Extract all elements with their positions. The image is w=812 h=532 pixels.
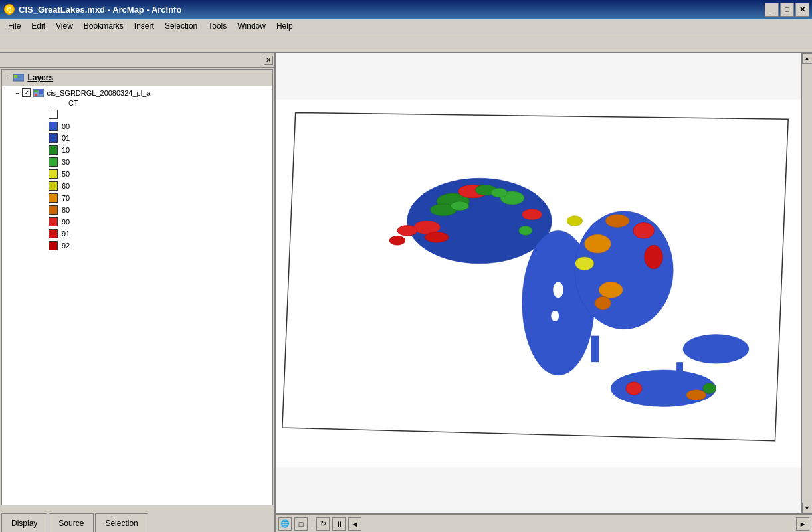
legend-label-01: 01: [62, 134, 70, 142]
legend-item-10: 10: [15, 144, 270, 156]
svg-point-31: [575, 257, 594, 270]
svg-point-21: [425, 232, 449, 242]
legend-label-10: 10: [62, 146, 70, 154]
status-divider: [312, 518, 312, 530]
legend-swatch-90: [49, 217, 58, 226]
window-title: CIS_GreatLakes.mxd - ArcMap - ArcInfo: [19, 5, 181, 15]
svg-point-11: [575, 211, 673, 329]
menu-help[interactable]: Help: [271, 20, 298, 32]
page-button[interactable]: □: [294, 517, 308, 531]
layer-icon: [33, 89, 44, 97]
panel-header: ✕: [0, 53, 274, 68]
legend-list: 00 01 10 30: [15, 108, 270, 252]
legend-swatch-00: [49, 122, 58, 131]
legend-label-00: 00: [62, 122, 70, 130]
layers-header: − Layers: [2, 70, 272, 86]
legend-label-60: 60: [62, 182, 70, 190]
scroll-left-button[interactable]: ◄: [348, 517, 361, 531]
svg-point-38: [553, 282, 563, 298]
legend-swatch-50: [49, 169, 58, 179]
svg-rect-14: [591, 336, 599, 363]
minimize-button[interactable]: _: [765, 3, 779, 17]
layer-item: − ✓ cis_SGRDRGL_20080324_pl_a CT: [2, 86, 272, 253]
menu-window[interactable]: Window: [232, 20, 271, 32]
svg-point-13: [683, 335, 749, 364]
menu-selection[interactable]: Selection: [159, 20, 203, 32]
scroll-down-button[interactable]: ▼: [802, 503, 813, 513]
scroll-right-button[interactable]: ►: [796, 517, 809, 531]
legend-label-91: 91: [62, 230, 70, 238]
layer-name: cis_SGRDRGL_20080324_pl_a: [47, 89, 150, 97]
pause-button[interactable]: ⏸: [332, 517, 346, 531]
ct-label: CT: [15, 98, 270, 108]
scroll-thumb-v[interactable]: [803, 64, 812, 502]
layers-icon: [13, 72, 25, 83]
tab-display[interactable]: Display: [1, 513, 47, 532]
legend-item-70: 70: [15, 192, 270, 204]
legend-swatch-70: [49, 193, 58, 203]
svg-point-18: [522, 209, 542, 220]
layer-checkbox[interactable]: ✓: [22, 88, 31, 97]
svg-point-33: [519, 226, 532, 235]
refresh-button[interactable]: ↻: [316, 517, 330, 531]
svg-point-39: [551, 311, 559, 321]
map-area: ▲ ▼ 🌐 □ ↻ ⏸ ◄ ►: [276, 53, 812, 532]
menu-tools[interactable]: Tools: [203, 20, 232, 32]
tab-selection[interactable]: Selection: [95, 513, 148, 532]
svg-point-32: [567, 216, 583, 226]
menu-file[interactable]: File: [3, 20, 26, 32]
svg-rect-6: [35, 94, 37, 96]
toolbar-area: [0, 33, 812, 53]
layers-panel: − Layers − ✓: [1, 69, 273, 505]
maximize-button[interactable]: □: [780, 3, 794, 17]
menu-bookmarks[interactable]: Bookmarks: [78, 20, 129, 32]
scroll-up-button[interactable]: ▲: [802, 53, 813, 64]
main-area: ✕ − Layers − ✓: [0, 53, 812, 532]
svg-point-28: [626, 382, 642, 395]
menu-insert[interactable]: Insert: [129, 20, 159, 32]
legend-item-80: 80: [15, 204, 270, 216]
svg-rect-2: [18, 76, 21, 78]
legend-label-92: 92: [62, 242, 70, 250]
legend-swatch-80: [49, 205, 58, 215]
globe-button[interactable]: 🌐: [278, 517, 292, 531]
legend-item-01: 01: [15, 132, 270, 144]
app-icon: Q: [4, 4, 15, 15]
menu-view[interactable]: View: [51, 20, 78, 32]
legend-swatch-01: [49, 133, 58, 143]
legend-label-70: 70: [62, 194, 70, 202]
scrollbar-vertical[interactable]: ▲ ▼: [801, 53, 812, 513]
svg-point-25: [605, 215, 629, 228]
svg-rect-5: [39, 90, 43, 94]
legend-item-91: 91: [15, 228, 270, 240]
layer-collapse-icon[interactable]: −: [15, 89, 19, 97]
svg-rect-1: [14, 75, 17, 78]
svg-point-41: [595, 296, 611, 310]
window-controls: _ □ ✕: [765, 3, 809, 17]
svg-rect-4: [34, 90, 38, 92]
close-button[interactable]: ✕: [795, 3, 809, 17]
map-canvas[interactable]: [276, 53, 801, 513]
legend-swatch-91: [49, 229, 58, 238]
menu-edit[interactable]: Edit: [26, 20, 51, 32]
legend-label-30: 30: [62, 158, 70, 166]
legend-swatch-92: [49, 241, 58, 250]
tab-source[interactable]: Source: [49, 513, 94, 532]
panel-close-button[interactable]: ✕: [264, 56, 273, 65]
status-bar: 🌐 □ ↻ ⏸ ◄ ►: [276, 514, 812, 532]
layer-row: − ✓ cis_SGRDRGL_20080324_pl_a: [15, 88, 270, 98]
layers-title: Layers: [27, 73, 53, 82]
svg-point-40: [599, 282, 623, 298]
map-svg: [276, 53, 801, 513]
title-bar: Q CIS_GreatLakes.mxd - ArcMap - ArcInfo …: [0, 0, 812, 19]
menu-bar: File Edit View Bookmarks Insert Selectio…: [0, 19, 812, 33]
collapse-icon[interactable]: −: [6, 74, 10, 82]
svg-rect-15: [676, 362, 683, 382]
legend-item-empty: [15, 108, 270, 120]
legend-item-30: 30: [15, 156, 270, 168]
legend-item-60: 60: [15, 180, 270, 192]
legend-item-50: 50: [15, 168, 270, 180]
svg-point-37: [451, 201, 469, 211]
legend-item-90: 90: [15, 216, 270, 228]
legend-item-92: 92: [15, 240, 270, 252]
